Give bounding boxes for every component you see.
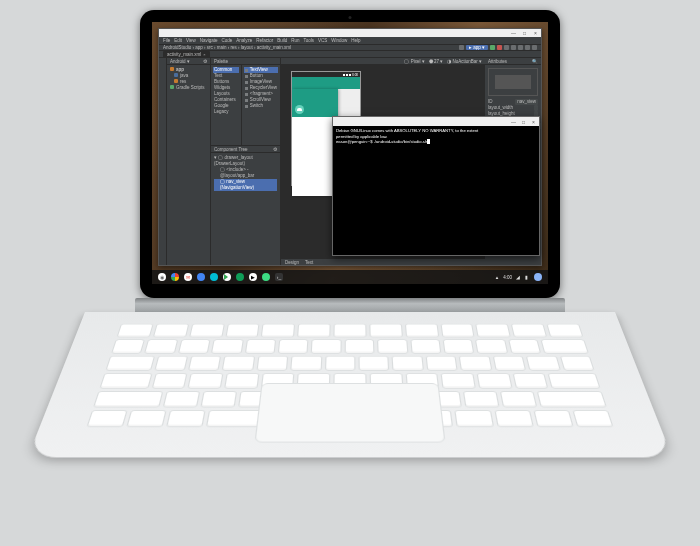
palette-categories[interactable]: Common Text Buttons Widgets Layouts Cont… <box>211 65 242 145</box>
android-studio-titlebar[interactable]: — □ × <box>159 29 541 37</box>
search-icon[interactable] <box>532 45 537 50</box>
api-selector[interactable]: ⬣ 27 ▾ <box>429 59 444 64</box>
menu-build[interactable]: Build <box>277 38 287 43</box>
avatar[interactable] <box>534 273 542 281</box>
left-gutter[interactable] <box>159 58 167 265</box>
terminal-body[interactable]: Debian GNU/Linux comes with ABSOLUTELY N… <box>333 126 539 255</box>
menu-edit[interactable]: Edit <box>174 38 182 43</box>
menu-code[interactable]: Code <box>221 38 232 43</box>
wifi-icon <box>343 74 345 76</box>
hinge <box>135 298 565 312</box>
component-tree-panel[interactable]: Component Tree ⚙ ▾ ▢ drawer_layout (Draw… <box>211 145 280 185</box>
avd-icon[interactable] <box>518 45 523 50</box>
terminal-window[interactable]: — □ × Debian GNU/Linux comes with ABSOLU… <box>332 116 540 256</box>
cursor <box>427 139 430 144</box>
sync-icon[interactable] <box>511 45 516 50</box>
project-view-selector[interactable]: Android ▾ <box>170 59 190 64</box>
device-selector[interactable]: ▢ Pixel ▾ <box>404 59 424 64</box>
minimize-button[interactable]: — <box>511 119 516 124</box>
ct-nav-view[interactable]: ▢ nav_view (NavigationView) <box>214 179 277 191</box>
phone-clock: 6:00 <box>352 73 358 77</box>
wifi-icon[interactable]: ◢ <box>516 275 521 280</box>
battery-icon[interactable]: ▮ <box>525 275 530 280</box>
theme-selector[interactable]: ◑ NoActionBar ▾ <box>447 59 482 64</box>
phone-appbar <box>292 77 360 89</box>
android-icon <box>297 108 302 111</box>
android-studio-icon[interactable] <box>262 273 270 281</box>
battery-icon <box>349 74 351 76</box>
menu-view[interactable]: View <box>186 38 196 43</box>
menu-file[interactable]: File <box>163 38 170 43</box>
menu-tools[interactable]: Tools <box>304 38 315 43</box>
close-tab-icon[interactable]: × <box>203 52 205 57</box>
menubar[interactable]: File Edit View Navigate Code Analyze Ref… <box>159 37 541 44</box>
menu-navigate[interactable]: Navigate <box>200 38 218 43</box>
search-icon[interactable]: 🔍 <box>532 59 538 64</box>
maximize-button[interactable]: □ <box>522 31 527 36</box>
gear-icon[interactable]: ⚙ <box>203 59 207 64</box>
project-panel[interactable]: Android ▾ ⚙ app java res Gradle Scripts <box>167 58 211 265</box>
run-icon[interactable] <box>490 45 495 50</box>
gmail-icon[interactable]: ✉ <box>184 273 192 281</box>
drawer-avatar <box>295 105 304 114</box>
text-tab[interactable]: Text <box>305 260 313 265</box>
close-button[interactable]: × <box>531 119 536 124</box>
palette-panel[interactable]: Palette Common Text Buttons Widgets Layo… <box>211 58 281 265</box>
menu-help[interactable]: Help <box>351 38 360 43</box>
minimize-button[interactable]: — <box>511 31 516 36</box>
palette-items[interactable]: TextView Button ImageView RecyclerView <… <box>242 65 280 145</box>
chrome-icon[interactable] <box>171 273 179 281</box>
build-icon[interactable] <box>459 45 464 50</box>
gear-icon[interactable]: ⚙ <box>273 147 277 152</box>
menu-refactor[interactable]: Refactor <box>256 38 273 43</box>
ct-drawer-layout[interactable]: ▾ ▢ drawer_layout (DrawerLayout) <box>214 155 277 167</box>
maximize-button[interactable]: □ <box>521 119 526 124</box>
breadcrumb[interactable]: AndroidStudio › app › src › main › res ›… <box>163 45 291 50</box>
constraint-widget[interactable] <box>488 68 538 96</box>
canvas-toolbar[interactable]: ▢ Pixel ▾ ⬣ 27 ▾ ◑ NoActionBar ▾ <box>281 58 485 65</box>
tab-activity-main[interactable]: activity_main.xml × <box>163 51 210 57</box>
signal-icon <box>346 74 348 76</box>
profile-icon[interactable] <box>504 45 509 50</box>
sdk-icon[interactable] <box>525 45 530 50</box>
terminal-prompt-line: eason@penguin:~$ ./android-studio/bin/st… <box>336 139 536 145</box>
palette-item-switch[interactable]: Switch <box>244 103 278 109</box>
close-button[interactable]: × <box>533 31 538 36</box>
launcher-icon[interactable]: ◉ <box>158 273 166 281</box>
laptop-keyboard-deck <box>85 298 615 498</box>
menu-window[interactable]: Window <box>331 38 347 43</box>
docs-icon[interactable] <box>197 273 205 281</box>
ct-include[interactable]: ▢ <include> - @layout/app_bar <box>214 167 277 179</box>
system-tray[interactable]: ▲ 4:00 ◢ ▮ <box>495 273 542 281</box>
project-tree[interactable]: app java res Gradle Scripts <box>167 65 210 93</box>
menu-analyze[interactable]: Analyze <box>236 38 252 43</box>
debug-icon[interactable] <box>497 45 502 50</box>
messages-icon[interactable] <box>210 273 218 281</box>
menu-vcs[interactable]: VCS <box>318 38 327 43</box>
palette-title: Palette <box>214 59 228 64</box>
terminal-icon[interactable]: ›_ <box>275 273 283 281</box>
play-icon[interactable] <box>223 273 231 281</box>
camera-dot <box>349 16 352 19</box>
menu-run[interactable]: Run <box>291 38 299 43</box>
design-text-tabs[interactable]: Design Text <box>281 258 485 265</box>
main-toolbar[interactable]: AndroidStudio › app › src › main › res ›… <box>159 44 541 51</box>
screen: — □ × File Edit View Navigate Code Analy… <box>152 22 548 284</box>
clock[interactable]: 4:00 <box>503 275 512 280</box>
laptop-screen-bezel: — □ × File Edit View Navigate Code Analy… <box>140 10 560 298</box>
drive-icon[interactable] <box>236 273 244 281</box>
design-tab[interactable]: Design <box>285 260 299 265</box>
editor-tabs[interactable]: activity_main.xml × <box>159 51 541 58</box>
attributes-title: Attributes <box>488 59 507 64</box>
palette-cat-legacy[interactable]: Legacy <box>213 109 239 115</box>
tree-item-gradle[interactable]: Gradle Scripts <box>170 85 207 91</box>
playstore-icon[interactable]: ▶ <box>249 273 257 281</box>
notifications-icon[interactable]: ▲ <box>495 275 499 280</box>
run-config-selector[interactable]: ▸ app ▾ <box>466 45 488 50</box>
drawer-header <box>292 89 338 117</box>
chromeos-shelf[interactable]: ◉ ✉ ▶ ›_ ▲ 4:00 ◢ ▮ <box>152 270 548 284</box>
trackpad <box>254 383 445 442</box>
component-tree-title: Component Tree <box>214 147 248 152</box>
terminal-titlebar[interactable]: — □ × <box>333 117 539 126</box>
